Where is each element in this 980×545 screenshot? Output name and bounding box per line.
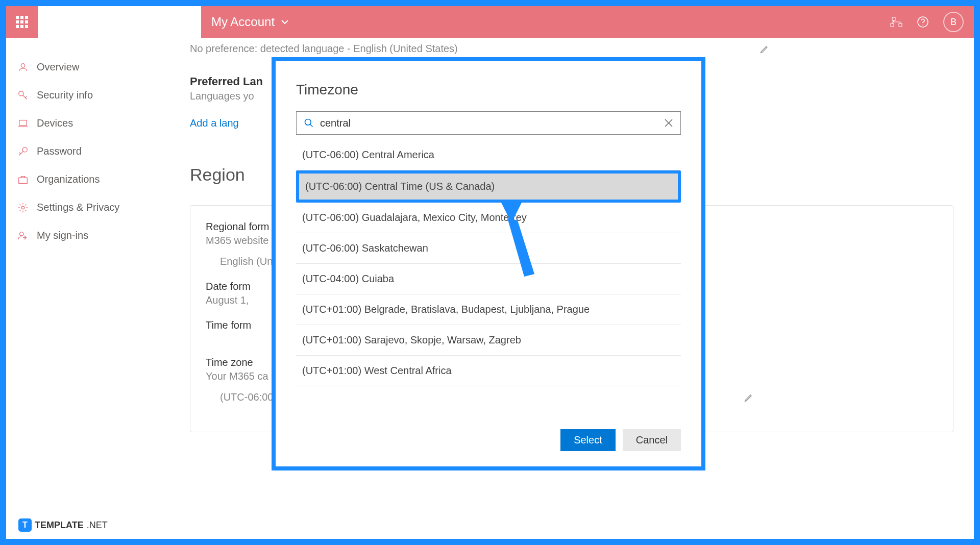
modal-title: Timezone: [296, 82, 681, 98]
svg-point-12: [305, 119, 311, 126]
avatar-initial: B: [950, 17, 957, 28]
timezone-option[interactable]: (UTC-06:00) Saskatchewan: [296, 233, 681, 264]
avatar[interactable]: B: [943, 12, 964, 32]
edit-icon[interactable]: [744, 392, 754, 403]
svg-point-5: [21, 63, 24, 67]
sidebar-item-organizations[interactable]: Organizations: [6, 165, 169, 193]
sidebar-item-label: Organizations: [37, 174, 100, 185]
timezone-option[interactable]: (UTC-04:00) Cuiaba: [296, 264, 681, 294]
timezone-option[interactable]: (UTC+01:00) Sarajevo, Skopje, Warsaw, Za…: [296, 325, 681, 356]
add-language-link[interactable]: Add a lang: [190, 117, 239, 129]
watermark: T TEMPLATE.NET: [18, 518, 108, 532]
timezone-list: (UTC-06:00) Central America(UTC-06:00) C…: [296, 140, 681, 386]
briefcase-icon: [17, 174, 29, 185]
sidebar-item-overview[interactable]: Overview: [6, 53, 169, 81]
gear-icon: [17, 202, 29, 213]
svg-point-10: [21, 206, 24, 209]
person-icon: [17, 62, 29, 73]
org-icon[interactable]: [890, 16, 902, 28]
timezone-option[interactable]: (UTC-06:00) Central America: [296, 140, 681, 170]
signin-icon: [17, 230, 29, 241]
sidebar-item-signins[interactable]: My sign-ins: [6, 221, 169, 250]
svg-rect-7: [19, 120, 27, 125]
svg-rect-1: [891, 23, 894, 27]
sidebar-item-password[interactable]: Password: [6, 137, 169, 165]
select-button[interactable]: Select: [560, 429, 616, 451]
app-launcher-button[interactable]: [6, 6, 38, 38]
sidebar: Overview Security info Devices Password …: [6, 38, 169, 539]
sidebar-item-label: Overview: [37, 61, 79, 73]
search-icon: [304, 118, 314, 128]
search-box[interactable]: [296, 111, 681, 135]
clear-icon[interactable]: [664, 118, 673, 128]
timezone-option[interactable]: (UTC+01:00) Belgrade, Bratislava, Budape…: [296, 294, 681, 325]
key-icon: [17, 146, 29, 157]
sidebar-item-label: Settings & Privacy: [37, 202, 119, 213]
account-dropdown[interactable]: My Account: [211, 15, 289, 29]
waffle-icon: [16, 16, 28, 28]
timezone-option[interactable]: (UTC+01:00) West Central Africa: [296, 356, 681, 386]
help-icon[interactable]: [917, 16, 929, 28]
sidebar-item-settings[interactable]: Settings & Privacy: [6, 193, 169, 221]
sidebar-item-label: Devices: [37, 117, 73, 129]
sidebar-item-label: Security info: [37, 89, 93, 101]
key-icon: [17, 90, 29, 101]
sidebar-item-label: Password: [37, 145, 82, 157]
header-bar: My Account B: [201, 6, 974, 38]
svg-point-4: [922, 24, 923, 26]
sidebar-item-label: My sign-ins: [37, 230, 88, 241]
svg-rect-2: [899, 23, 902, 27]
watermark-light: .NET: [87, 520, 108, 531]
svg-rect-0: [892, 17, 895, 20]
chevron-down-icon: [281, 18, 289, 26]
timezone-option[interactable]: (UTC-06:00) Guadalajara, Mexico City, Mo…: [296, 203, 681, 233]
detected-language-text: No preference: detected language - Engli…: [190, 43, 458, 55]
edit-icon[interactable]: [760, 44, 770, 54]
sidebar-item-devices[interactable]: Devices: [6, 109, 169, 137]
svg-rect-9: [19, 178, 28, 183]
laptop-icon: [17, 118, 29, 129]
cancel-button[interactable]: Cancel: [623, 429, 681, 451]
watermark-icon: T: [18, 518, 32, 532]
svg-point-11: [20, 232, 23, 235]
timezone-modal: Timezone (UTC-06:00) Central America(UTC…: [272, 57, 705, 470]
search-input[interactable]: [320, 117, 658, 129]
watermark-bold: TEMPLATE: [35, 520, 84, 531]
timezone-option[interactable]: (UTC-06:00) Central Time (US & Canada): [296, 170, 681, 203]
sidebar-item-security[interactable]: Security info: [6, 81, 169, 109]
page-title: My Account: [211, 15, 275, 29]
